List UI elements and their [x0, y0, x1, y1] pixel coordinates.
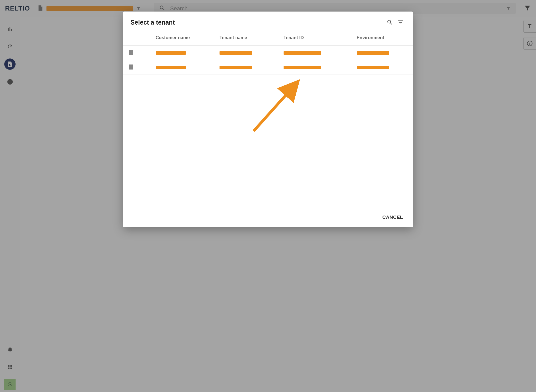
building-icon	[128, 49, 143, 56]
redacted-value	[357, 66, 389, 69]
dialog-body	[123, 46, 413, 207]
redacted-value	[220, 51, 252, 55]
annotation-arrow-icon	[249, 78, 306, 136]
building-icon	[128, 64, 143, 71]
dialog-title: Select a tenant	[131, 19, 175, 26]
redacted-value	[156, 51, 186, 55]
dialog-header: Select a tenant	[123, 12, 413, 30]
tenant-row[interactable]	[123, 46, 413, 60]
svg-line-6	[254, 83, 296, 131]
col-customer-name: Customer name	[143, 35, 207, 40]
dialog-filter-button[interactable]	[395, 17, 406, 28]
col-tenant-id: Tenant ID	[271, 35, 344, 40]
tenant-table-header: Customer name Tenant name Tenant ID Envi…	[123, 30, 413, 46]
dialog-footer: CANCEL	[123, 207, 413, 227]
cancel-button[interactable]: CANCEL	[379, 212, 406, 223]
col-environment: Environment	[344, 35, 408, 40]
redacted-value	[156, 66, 186, 69]
tenant-row[interactable]	[123, 60, 413, 75]
redacted-value	[357, 51, 389, 55]
dialog-search-button[interactable]	[385, 17, 395, 28]
select-tenant-dialog: Select a tenant Customer name Tenant nam…	[123, 12, 413, 227]
redacted-value	[284, 66, 321, 69]
redacted-value	[220, 66, 252, 69]
modal-overlay: Select a tenant Customer name Tenant nam…	[0, 0, 536, 392]
redacted-value	[284, 51, 321, 55]
col-tenant-name: Tenant name	[207, 35, 271, 40]
